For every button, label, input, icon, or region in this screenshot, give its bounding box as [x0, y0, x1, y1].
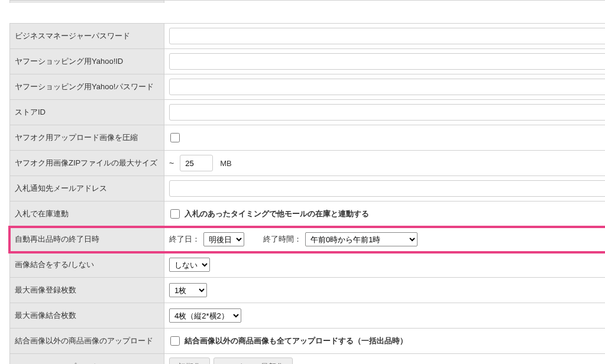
checkbox-label-stock-link: 入札のあったタイミングで他モールの在庫と連動する [185, 209, 369, 219]
label-max-merge-count: 最大画像結合枚数 [9, 303, 164, 328]
row-relist-end: 自動再出品時の終了日時 終了日： 明後日 終了時間： 午前0時から午前1時 [9, 227, 605, 252]
value-zip-max: ~ MB [164, 151, 605, 176]
value-bm-password [164, 24, 605, 48]
row-top-partial [9, 0, 605, 24]
input-yshop-password[interactable] [169, 79, 605, 95]
label-top-partial [9, 1, 164, 3]
value-relist-end: 終了日： 明後日 終了時間： 午前0時から午前1時 [164, 227, 605, 252]
zip-max-suffix: MB [220, 159, 232, 168]
row-zip-max: ヤフオク用画像ZIPファイルの最大サイズ ~ MB [9, 151, 605, 176]
row-bm-password: ビジネスマネージャーパスワード [9, 24, 605, 49]
row-yshop-password: ヤフーショッピング用Yahoo!パスワード [9, 74, 605, 100]
input-bm-password[interactable] [169, 28, 605, 44]
input-store-id[interactable] [169, 104, 605, 121]
value-max-merge-count: 4枚（縦2*横2） [164, 303, 605, 328]
checkbox-label-upload-non-merge: 結合画像以外の商品画像も全てアップロードする（一括出品時） [185, 336, 407, 346]
label-yshop-id: ヤフーショッピング用Yahoo!ID [9, 49, 164, 74]
label-relist-end: 自動再出品時の終了日時 [9, 227, 164, 252]
select-merge-img[interactable]: しない [169, 258, 210, 272]
label-content-template: コンテンツテンプレート [9, 354, 164, 364]
label-stock-link: 入札で在庫連動 [9, 202, 164, 226]
checkbox-compress-img[interactable] [170, 133, 180, 142]
row-store-id: ストアID [9, 100, 605, 125]
label-zip-max: ヤフオク用画像ZIPファイルの最大サイズ [9, 151, 164, 176]
btn-template-init[interactable]: 初期化 [169, 358, 210, 364]
checkbox-upload-non-merge[interactable] [170, 336, 180, 346]
row-stock-link: 入札で在庫連動 入札のあったタイミングで他モールの在庫と連動する [9, 202, 605, 227]
label-yshop-password: ヤフーショッピング用Yahoo!パスワード [9, 74, 164, 99]
row-content-template: コンテンツテンプレート 初期化 マスタのみ最新化 [9, 354, 605, 364]
value-merge-img: しない [164, 252, 605, 277]
value-content-template: 初期化 マスタのみ最新化 [164, 354, 605, 364]
row-notify-email: 入札通知先メールアドレス [9, 176, 605, 202]
value-yshop-id [164, 49, 605, 74]
label-upload-non-merge: 結合画像以外の商品画像のアップロード [9, 329, 164, 353]
label-store-id: ストアID [9, 100, 164, 125]
row-upload-non-merge: 結合画像以外の商品画像のアップロード 結合画像以外の商品画像も全てアップロードす… [9, 329, 605, 354]
value-store-id [164, 100, 605, 125]
row-compress-img: ヤフオク用アップロード画像を圧縮 [9, 125, 605, 151]
btn-template-master[interactable]: マスタのみ最新化 [213, 358, 293, 364]
value-stock-link: 入札のあったタイミングで他モールの在庫と連動する [164, 202, 605, 226]
checkbox-stock-link[interactable] [170, 209, 180, 219]
row-max-merge-count: 最大画像結合枚数 4枚（縦2*横2） [9, 303, 605, 329]
row-max-img-count: 最大画像登録枚数 1枚 [9, 278, 605, 303]
zip-max-prefix: ~ [169, 158, 174, 168]
input-zip-max[interactable] [180, 155, 213, 171]
select-end-date[interactable]: 明後日 [203, 232, 244, 246]
label-compress-img: ヤフオク用アップロード画像を圧縮 [9, 125, 164, 150]
value-upload-non-merge: 結合画像以外の商品画像も全てアップロードする（一括出品時） [164, 329, 605, 353]
value-top-partial [164, 1, 605, 3]
label-merge-img: 画像結合をする/しない [9, 252, 164, 277]
label-notify-email: 入札通知先メールアドレス [9, 176, 164, 201]
value-yshop-password [164, 74, 605, 99]
input-yshop-id[interactable] [169, 53, 605, 70]
value-notify-email [164, 176, 605, 201]
row-yshop-id: ヤフーショッピング用Yahoo!ID [9, 49, 605, 74]
label-bm-password: ビジネスマネージャーパスワード [9, 24, 164, 48]
end-date-label: 終了日： [169, 234, 200, 245]
label-max-img-count: 最大画像登録枚数 [9, 278, 164, 303]
row-merge-img: 画像結合をする/しない しない [9, 252, 605, 278]
end-time-label: 終了時間： [263, 234, 302, 245]
value-compress-img [164, 125, 605, 150]
select-end-time[interactable]: 午前0時から午前1時 [305, 232, 418, 246]
select-max-img-count[interactable]: 1枚 [169, 283, 207, 297]
value-max-img-count: 1枚 [164, 278, 605, 303]
select-max-merge-count[interactable]: 4枚（縦2*横2） [169, 308, 241, 323]
input-notify-email[interactable] [169, 180, 605, 197]
